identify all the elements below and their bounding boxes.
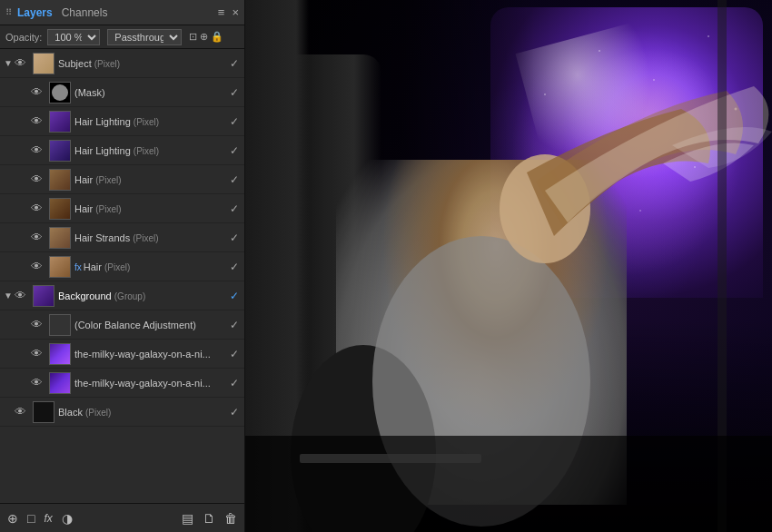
layer-check[interactable]: ✓ (228, 232, 241, 244)
layer-visibility-toggle[interactable]: 👁 (31, 260, 45, 273)
layer-check[interactable]: ✓ (228, 348, 241, 360)
layer-check[interactable]: ✓ (228, 144, 241, 157)
lock-icons: ⊡ ⊕ 🔒 (189, 31, 223, 43)
layer-visibility-toggle[interactable]: 👁 (31, 318, 45, 331)
layer-item-hair-1[interactable]: 👁Hair (Pixel)✓ (0, 165, 244, 194)
layer-check[interactable]: ✓ (228, 261, 241, 273)
layer-check[interactable]: ✓ (228, 319, 241, 331)
layer-thumbnail (49, 111, 71, 133)
layer-visibility-toggle[interactable]: 👁 (31, 202, 45, 215)
layer-kind-button[interactable]: ⊕ (5, 509, 20, 527)
layer-name-text: Black (58, 407, 83, 418)
layer-item-galaxy-1[interactable]: 👁the-milky-way-galaxy-on-a-ni...✓ (0, 340, 244, 369)
layer-item-hair-strands[interactable]: 👁Hair Strands (Pixel)✓ (0, 223, 244, 252)
layer-name-text: (Mask) (74, 87, 105, 98)
layer-name: Hair (Pixel) (74, 203, 228, 214)
layer-thumbnail (49, 343, 71, 365)
expand-arrow[interactable]: ▼ (4, 58, 15, 68)
layer-thumbnail (49, 256, 71, 278)
layer-type-label: (Pixel) (95, 204, 121, 214)
layer-item-background-group[interactable]: ▼👁Background (Group)✓ (0, 281, 244, 310)
layer-type-label: (Pixel) (95, 175, 121, 185)
layer-item-color-balance[interactable]: 👁(Color Balance Adjustment)✓ (0, 310, 244, 340)
layer-name: (Color Balance Adjustment) (74, 320, 228, 330)
layer-name-text: (Color Balance Adjustment) (74, 320, 196, 330)
tab-channels[interactable]: Channels (62, 6, 108, 19)
layer-item-hair-lighting-2[interactable]: 👁Hair Lighting (Pixel)✓ (0, 136, 244, 165)
layer-name: (Mask) (74, 87, 228, 98)
fx-button[interactable]: fx (42, 510, 54, 527)
new-group-button[interactable]: ▤ (180, 509, 195, 527)
layer-group-name: Background (58, 291, 112, 301)
panel-close-icon[interactable]: × (232, 5, 239, 19)
layer-name: Background (Group) (58, 291, 228, 301)
panel-toolbar: ⊕ □ fx ◑ ▤ 🗋 🗑 (0, 503, 244, 532)
layer-check[interactable]: ✓ (228, 290, 241, 302)
layer-name-text: the-milky-way-galaxy-on-a-ni... (74, 349, 211, 360)
layer-check[interactable]: ✓ (228, 406, 241, 419)
layer-visibility-toggle[interactable]: 👁 (31, 114, 45, 128)
new-adjustment-button[interactable]: ◑ (60, 509, 74, 527)
opacity-label: Opacity: (5, 32, 42, 43)
layer-thumbnail (49, 82, 71, 103)
layer-visibility-toggle[interactable]: 👁 (31, 376, 45, 389)
layer-type-label: (Pixel) (134, 146, 159, 156)
layer-item-hair-2[interactable]: 👁Hair (Pixel)✓ (0, 194, 244, 223)
layer-name: Hair Strands (Pixel) (74, 232, 228, 243)
panel-menu-icon[interactable]: ≡ (218, 5, 225, 19)
fx-indicator: fx (74, 262, 82, 272)
lock-paint-icon[interactable]: ⊕ (200, 31, 208, 43)
layer-name-text: Hair (74, 174, 93, 185)
new-layer-button[interactable]: 🗋 (201, 509, 217, 527)
layer-name-text: Hair Lighting (74, 145, 131, 156)
layer-check[interactable]: ✓ (228, 377, 241, 389)
layer-visibility-toggle[interactable]: 👁 (31, 172, 45, 186)
layer-item-subject[interactable]: ▼👁Subject (Pixel)✓ (0, 49, 244, 78)
layer-name-text: Hair (74, 203, 93, 214)
layer-thumbnail (49, 227, 71, 249)
layer-visibility-toggle[interactable]: 👁 (15, 56, 29, 70)
layer-name: the-milky-way-galaxy-on-a-ni... (74, 378, 228, 389)
layer-item-mask[interactable]: 👁(Mask)✓ (0, 78, 244, 107)
layer-type-label: (Pixel) (133, 233, 158, 243)
layer-visibility-toggle[interactable]: 👁 (15, 405, 29, 419)
layer-visibility-toggle[interactable]: 👁 (31, 231, 45, 244)
layer-thumbnail (33, 401, 54, 423)
lock-transparent-icon[interactable]: ⊡ (189, 31, 197, 43)
canvas-area (245, 0, 772, 532)
layer-visibility-toggle[interactable]: 👁 (31, 85, 45, 99)
delete-layer-button[interactable]: 🗑 (223, 509, 239, 527)
layer-visibility-toggle[interactable]: 👁 (31, 143, 45, 157)
layer-item-black[interactable]: 👁Black (Pixel)✓ (0, 398, 244, 427)
layer-check[interactable]: ✓ (228, 173, 241, 186)
layer-name-text: Hair (84, 261, 102, 272)
panel-header: ⠿ Layers Channels ≡ × (0, 0, 244, 25)
layer-type-label: (Pixel) (85, 408, 111, 418)
layer-thumbnail (49, 372, 71, 394)
layer-visibility-toggle[interactable]: 👁 (31, 347, 45, 360)
add-mask-button[interactable]: □ (25, 509, 36, 527)
layer-check[interactable]: ✓ (228, 86, 241, 99)
layer-type-label: (Pixel) (104, 262, 130, 272)
layer-type-label: (Pixel) (94, 59, 120, 69)
layer-name: the-milky-way-galaxy-on-a-ni... (74, 349, 228, 360)
opacity-select[interactable]: 100 % (47, 29, 100, 45)
layer-check[interactable]: ✓ (228, 57, 241, 70)
tab-layers[interactable]: Layers (17, 6, 53, 19)
blend-mode-select[interactable]: Passthrough Normal Multiply Screen Overl… (107, 29, 182, 45)
layer-item-hair-group[interactable]: 👁fxHair (Pixel)✓ (0, 252, 244, 281)
layer-item-galaxy-2[interactable]: 👁the-milky-way-galaxy-on-a-ni...✓ (0, 369, 244, 398)
layer-item-hair-lighting-1[interactable]: 👁Hair Lighting (Pixel)✓ (0, 107, 244, 136)
layer-thumbnail (49, 169, 71, 191)
layer-check[interactable]: ✓ (228, 115, 241, 128)
layer-visibility-toggle[interactable]: 👁 (15, 289, 29, 302)
layer-name: fxHair (Pixel) (74, 261, 228, 272)
lock-position-icon[interactable]: 🔒 (211, 31, 223, 43)
layers-list: ▼👁Subject (Pixel)✓👁(Mask)✓👁Hair Lighting… (0, 49, 244, 503)
layer-thumbnail (49, 198, 71, 220)
layer-name-text: Subject (58, 58, 92, 69)
panel-gripper: ⠿ (5, 7, 12, 17)
layer-name: Hair Lighting (Pixel) (74, 116, 228, 127)
layer-check[interactable]: ✓ (228, 202, 241, 215)
expand-arrow[interactable]: ▼ (4, 291, 15, 300)
